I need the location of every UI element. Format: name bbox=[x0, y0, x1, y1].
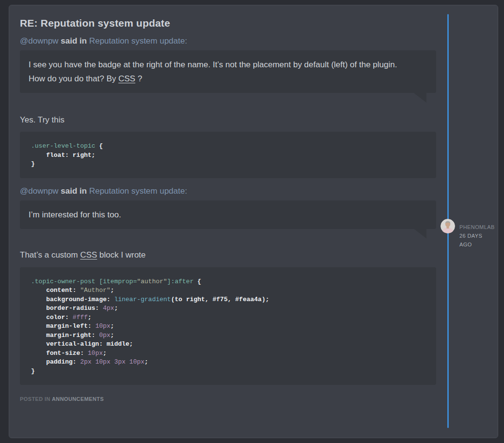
timeline-author-name[interactable]: PHENOMLAB bbox=[459, 223, 493, 231]
posted-in-label: Posted in bbox=[20, 396, 52, 402]
posted-in-footer: Posted in Announcements bbox=[20, 396, 436, 402]
timeline-timestamp: 26 days ago bbox=[459, 231, 493, 249]
quote-1-paragraph-1: I see you have the badge at the right of… bbox=[29, 58, 427, 72]
topic-link[interactable]: Reputation system update bbox=[89, 186, 185, 196]
post-content: RE: Reputation system update @downpw sai… bbox=[9, 5, 436, 438]
css-abbr: CSS bbox=[80, 250, 97, 260]
quote-header-1: @downpw said in Reputation system update… bbox=[20, 36, 436, 46]
post-card: RE: Reputation system update @downpw sai… bbox=[9, 5, 498, 438]
code-block-1: .user-level-topic { float: right;} bbox=[20, 132, 436, 178]
reply-text-1: Yes. Try this bbox=[20, 115, 436, 125]
avatar[interactable] bbox=[441, 219, 455, 233]
topic-link[interactable]: Reputation system update bbox=[89, 36, 185, 46]
quote-1-question-text: How do you do that? By bbox=[29, 74, 118, 83]
reply-2-pre-text: That’s a custom bbox=[20, 250, 80, 260]
category-link[interactable]: Announcements bbox=[52, 396, 104, 402]
user-mention-link[interactable]: @downpw bbox=[20, 186, 59, 196]
quote-block-2: I’m interested for this too. bbox=[20, 200, 436, 229]
quote-header-2: @downpw said in Reputation system update… bbox=[20, 186, 436, 196]
topic-link-colon: : bbox=[185, 36, 187, 46]
reply-2-post-text: block I wrote bbox=[97, 250, 145, 260]
said-in-text: said in bbox=[59, 186, 89, 196]
code-block-2: .topic-owner-post [itemprop="author"]:af… bbox=[20, 267, 436, 385]
topic-link-colon: : bbox=[185, 186, 187, 196]
quote-2-paragraph: I’m interested for this too. bbox=[29, 208, 427, 222]
quote-1-question-mark: ? bbox=[135, 74, 142, 83]
timeline-info: PHENOMLAB 26 days ago bbox=[459, 223, 493, 249]
quote-block-1: I see you have the badge at the right of… bbox=[20, 50, 436, 93]
avatar-photo bbox=[441, 219, 455, 233]
timeline-column: PHENOMLAB 26 days ago bbox=[436, 5, 498, 438]
quote-1-paragraph-2: How do you do that? By CSS ? bbox=[29, 72, 427, 86]
said-in-text: said in bbox=[59, 36, 89, 46]
css-abbr: CSS bbox=[118, 74, 135, 83]
post-title[interactable]: RE: Reputation system update bbox=[20, 17, 436, 29]
user-mention-link[interactable]: @downpw bbox=[20, 36, 59, 46]
reply-text-2: That’s a custom CSS block I wrote bbox=[20, 250, 436, 260]
